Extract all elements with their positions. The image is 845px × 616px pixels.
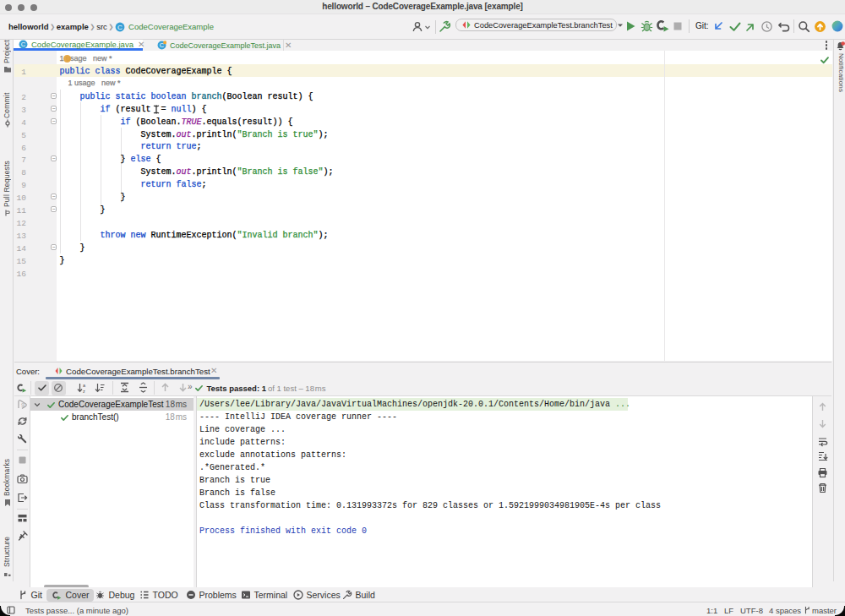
svg-text:z: z (83, 389, 85, 394)
svg-text:9: 9 (21, 402, 25, 408)
svg-text:C: C (117, 23, 123, 30)
svg-text:C: C (21, 41, 26, 48)
svg-text:a: a (83, 383, 86, 388)
